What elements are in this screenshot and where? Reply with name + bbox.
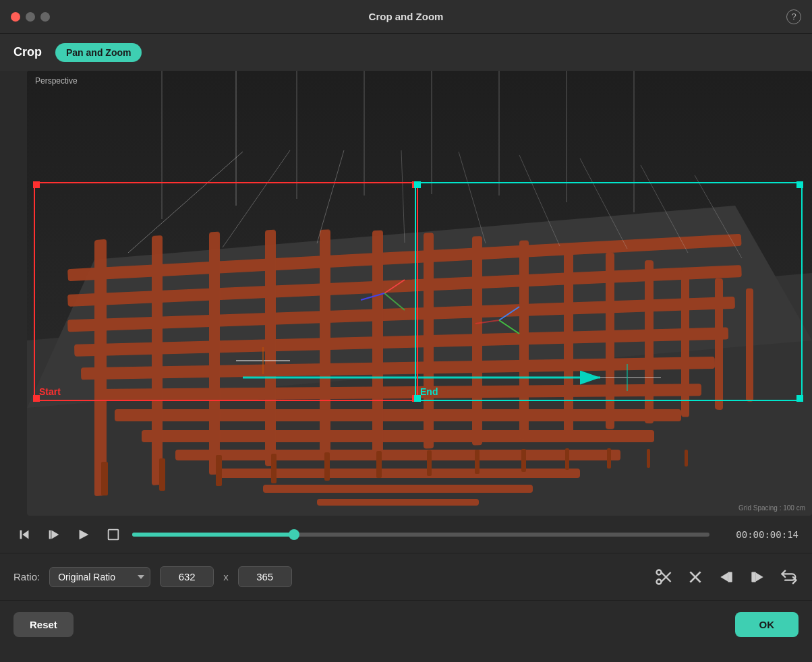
perspective-label: Perspective	[35, 76, 78, 86]
progress-bar[interactable]	[132, 533, 709, 537]
svg-rect-85	[728, 572, 732, 582]
svg-rect-30	[101, 462, 108, 495]
svg-rect-29	[746, 289, 753, 402]
title-bar: Crop and Zoom ?	[0, 0, 812, 34]
svg-rect-33	[271, 454, 277, 483]
tab-bar: Crop Pan and Zoom	[0, 34, 812, 71]
svg-rect-24	[564, 246, 573, 435]
svg-rect-11	[175, 450, 620, 460]
svg-rect-17	[209, 232, 220, 475]
svg-marker-86	[756, 572, 763, 581]
svg-rect-9	[115, 409, 681, 421]
svg-rect-25	[606, 252, 614, 429]
step-back-button[interactable]	[13, 524, 35, 545]
align-right-icon[interactable]	[718, 568, 735, 586]
swap-icon[interactable]	[780, 568, 799, 586]
svg-rect-28	[715, 278, 723, 410]
align-left-icon[interactable]	[749, 568, 766, 586]
svg-marker-84	[720, 572, 728, 581]
cut-icon[interactable]	[654, 568, 673, 586]
svg-point-78	[657, 570, 662, 574]
svg-rect-14	[317, 499, 479, 506]
ok-button[interactable]: OK	[735, 612, 799, 637]
tab-pan-zoom[interactable]: Pan and Zoom	[55, 43, 142, 62]
svg-marker-76	[80, 529, 89, 539]
svg-rect-74	[49, 530, 51, 539]
ratio-icon-controls	[654, 568, 799, 586]
svg-rect-42	[685, 450, 688, 467]
svg-rect-36	[427, 450, 432, 476]
width-input[interactable]	[160, 566, 214, 587]
svg-rect-22	[472, 236, 482, 445]
svg-rect-34	[324, 452, 330, 481]
clear-icon[interactable]	[687, 568, 704, 586]
dimension-separator: x	[223, 571, 229, 582]
window-title: Crop and Zoom	[369, 11, 444, 22]
time-display: 00:00:00:14	[718, 529, 799, 540]
svg-point-79	[657, 579, 662, 584]
window-controls	[11, 12, 50, 22]
svg-marker-75	[51, 530, 59, 539]
ratio-bar: Ratio: Original Ratio 16:9 4:3 1:1 Custo…	[0, 553, 812, 600]
action-bar: Reset OK	[0, 600, 812, 649]
svg-rect-19	[320, 229, 330, 459]
svg-rect-37	[475, 450, 480, 474]
svg-marker-72	[22, 530, 28, 539]
ratio-label: Ratio:	[13, 571, 40, 582]
svg-rect-26	[645, 260, 654, 423]
ratio-select[interactable]: Original Ratio 16:9 4:3 1:1 Custom	[49, 567, 150, 587]
svg-rect-39	[565, 448, 569, 470]
svg-rect-40	[607, 448, 611, 469]
svg-rect-87	[751, 572, 756, 582]
height-input[interactable]	[238, 566, 292, 587]
playback-controls: 00:00:00:14	[0, 516, 812, 553]
minimize-button[interactable]	[26, 12, 35, 22]
svg-rect-15	[94, 239, 107, 497]
svg-rect-32	[216, 455, 222, 486]
svg-rect-73	[20, 530, 22, 539]
svg-rect-20	[372, 231, 383, 454]
svg-rect-38	[521, 449, 526, 472]
tab-crop[interactable]: Crop	[13, 42, 42, 62]
svg-rect-18	[265, 230, 276, 467]
reset-button[interactable]: Reset	[13, 612, 74, 637]
svg-rect-77	[109, 529, 119, 539]
close-button[interactable]	[11, 12, 20, 22]
svg-rect-16	[152, 235, 163, 485]
viewport: Perspective Grid Spacing : 100 cm Start …	[27, 71, 812, 516]
svg-rect-13	[263, 485, 533, 493]
svg-rect-23	[519, 241, 529, 440]
svg-rect-41	[647, 449, 650, 468]
progress-fill	[132, 533, 294, 537]
svg-rect-21	[424, 233, 434, 448]
svg-rect-31	[159, 458, 165, 491]
progress-thumb[interactable]	[289, 529, 299, 540]
grid-spacing-label: Grid Spacing : 100 cm	[738, 504, 805, 512]
help-icon[interactable]: ?	[786, 9, 801, 24]
play-button[interactable]	[73, 524, 94, 545]
play-from-start-button[interactable]	[43, 524, 65, 545]
svg-rect-27	[681, 268, 689, 417]
svg-rect-35	[376, 451, 382, 478]
scene-canvas	[27, 71, 812, 516]
stop-button[interactable]	[103, 524, 124, 545]
maximize-button[interactable]	[40, 12, 50, 22]
